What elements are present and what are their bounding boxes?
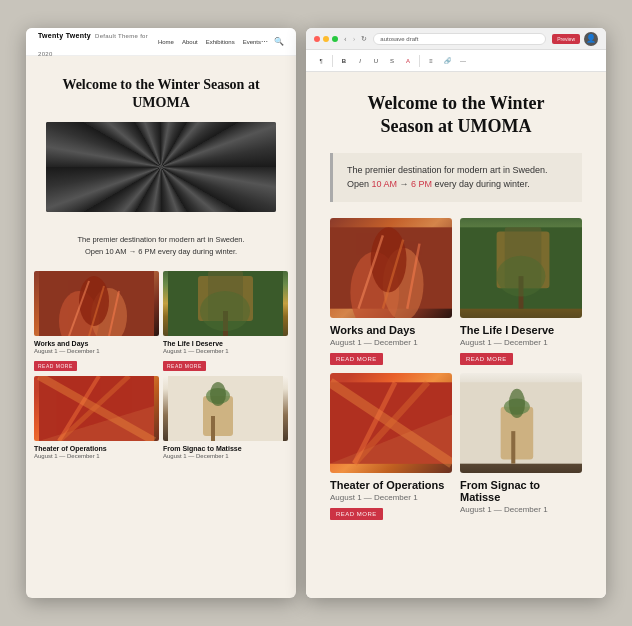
life-deserve-date: August 1 — December 1	[163, 348, 288, 354]
nav-home[interactable]: Home	[158, 39, 174, 45]
left-hero-section: Welcome to the Winter Season at UMOMA	[26, 56, 296, 224]
right-signac-date: August 1 — December 1	[460, 505, 582, 514]
list-item: Works and Days August 1 — December 1 REA…	[34, 271, 159, 372]
right-theater-title: Theater of Operations	[330, 479, 452, 491]
left-nav: Twenty Twenty Default Theme for 2020 Hom…	[26, 28, 296, 56]
forward-icon[interactable]: ›	[353, 34, 356, 43]
svg-point-11	[200, 291, 250, 331]
works-days-title: Works and Days	[34, 340, 159, 347]
description-end: every day during winter.	[432, 179, 530, 189]
nav-exhibitions[interactable]: Exhibitions	[206, 39, 235, 45]
right-works-image	[330, 218, 452, 318]
right-exhibitions-grid: Works and Days August 1 — December 1 REA…	[330, 218, 582, 520]
signac-image	[163, 376, 288, 441]
right-life-artwork	[460, 218, 582, 318]
right-signac-title: From Signac to Matisse	[460, 479, 582, 503]
right-description-text: The premier destination for modern art i…	[347, 163, 568, 192]
right-works-artwork	[330, 218, 452, 318]
time-start: 10 AM	[372, 179, 398, 189]
works-days-read-more[interactable]: READ MORE	[34, 361, 77, 371]
right-life-image	[460, 218, 582, 318]
nav-about[interactable]: About	[182, 39, 198, 45]
nav-links: Home About Exhibitions Events	[158, 39, 261, 45]
list-item: The Life I Deserve August 1 — December 1…	[163, 271, 288, 372]
toolbar-italic[interactable]: I	[353, 54, 367, 68]
works-days-image	[34, 271, 159, 336]
top-bar-actions: Preview 👤	[552, 32, 598, 46]
list-item: The Life I Deserve August 1 — December 1…	[460, 218, 582, 365]
life-deserve-artwork	[163, 271, 288, 336]
nav-icons: ⋯ 🔍	[261, 37, 284, 46]
address-bar[interactable]: autosave draft	[373, 33, 546, 45]
left-description: The premier destination for modern art i…	[26, 224, 296, 267]
theater-date: August 1 — December 1	[34, 453, 159, 459]
preview-button[interactable]: Preview	[552, 34, 580, 44]
life-deserve-title: The Life I Deserve	[163, 340, 288, 347]
description-line2: Open	[347, 179, 372, 189]
right-theater-read-more[interactable]: READ MORE	[330, 508, 383, 520]
toolbar-underline[interactable]: U	[369, 54, 383, 68]
toolbar-strikethrough[interactable]: S	[385, 54, 399, 68]
theater-title: Theater of Operations	[34, 445, 159, 452]
reload-icon[interactable]: ↻	[361, 35, 367, 43]
signac-date: August 1 — December 1	[163, 453, 288, 459]
arrow-text: →	[397, 179, 411, 189]
right-content-area: Welcome to the WinterSeason at UMOMA The…	[306, 72, 606, 598]
signac-title: From Signac to Matisse	[163, 445, 288, 452]
address-text: autosave draft	[380, 36, 418, 42]
svg-point-26	[371, 227, 407, 292]
left-exhibitions-grid: Works and Days August 1 — December 1 REA…	[26, 267, 296, 463]
life-deserve-read-more[interactable]: READ MORE	[163, 361, 206, 371]
toolbar-align-left[interactable]: ≡	[424, 54, 438, 68]
list-item: Theater of Operations August 1 — Decembe…	[330, 373, 452, 520]
nav-events[interactable]: Events	[243, 39, 261, 45]
maximize-button[interactable]	[332, 36, 338, 42]
life-deserve-image	[163, 271, 288, 336]
list-item: From Signac to Matisse August 1 — Decemb…	[163, 376, 288, 459]
right-hero-title: Welcome to the WinterSeason at UMOMA	[330, 92, 582, 139]
left-hero-title: Welcome to the Winter Season at UMOMA	[46, 76, 276, 112]
theater-image	[34, 376, 159, 441]
browser-top-bar: ‹ › ↻ autosave draft Preview 👤	[306, 28, 606, 50]
description-line1: The premier destination for modern art i…	[347, 165, 548, 175]
right-life-read-more[interactable]: READ MORE	[460, 353, 513, 365]
works-days-date: August 1 — December 1	[34, 348, 159, 354]
right-works-date: August 1 — December 1	[330, 338, 452, 347]
svg-point-21	[210, 382, 226, 406]
signac-artwork	[163, 376, 288, 441]
svg-rect-45	[511, 431, 515, 464]
toolbar-bold[interactable]: B	[337, 54, 351, 68]
toolbar-color[interactable]: A	[401, 54, 415, 68]
right-works-title: Works and Days	[330, 324, 452, 336]
list-item: Theater of Operations August 1 — Decembe…	[34, 376, 159, 459]
svg-point-44	[509, 388, 525, 417]
toolbar-more[interactable]: ⋯	[456, 54, 470, 68]
toolbar-separator	[332, 55, 333, 67]
svg-point-34	[497, 255, 546, 296]
back-icon[interactable]: ‹	[344, 34, 347, 43]
user-avatar[interactable]: 👤	[584, 32, 598, 46]
theater-artwork	[34, 376, 159, 441]
right-description-block: The premier destination for modern art i…	[330, 153, 582, 202]
logo-area: Twenty Twenty Default Theme for 2020	[38, 28, 158, 60]
right-theater-date: August 1 — December 1	[330, 493, 452, 502]
toolbar-paragraph[interactable]: ¶	[314, 54, 328, 68]
close-button[interactable]	[314, 36, 320, 42]
left-panel-website: Twenty Twenty Default Theme for 2020 Hom…	[26, 28, 296, 598]
right-life-date: August 1 — December 1	[460, 338, 582, 347]
search-icon[interactable]: 🔍	[274, 37, 284, 46]
toolbar-link[interactable]: 🔗	[440, 54, 454, 68]
right-works-read-more[interactable]: READ MORE	[330, 353, 383, 365]
editor-toolbar: ¶ B I U S A ≡ 🔗 ⋯	[306, 50, 606, 72]
browser-controls	[314, 36, 338, 42]
right-theater-image	[330, 373, 452, 473]
hero-image	[46, 122, 276, 212]
works-days-artwork	[34, 271, 159, 336]
hero-waves-pattern	[46, 122, 276, 212]
minimize-button[interactable]	[323, 36, 329, 42]
site-logo: Twenty Twenty	[38, 32, 91, 39]
svg-rect-22	[211, 416, 215, 441]
list-item: From Signac to Matisse August 1 — Decemb…	[460, 373, 582, 520]
time-end: 6 PM	[411, 179, 432, 189]
menu-icon[interactable]: ⋯	[261, 38, 268, 46]
